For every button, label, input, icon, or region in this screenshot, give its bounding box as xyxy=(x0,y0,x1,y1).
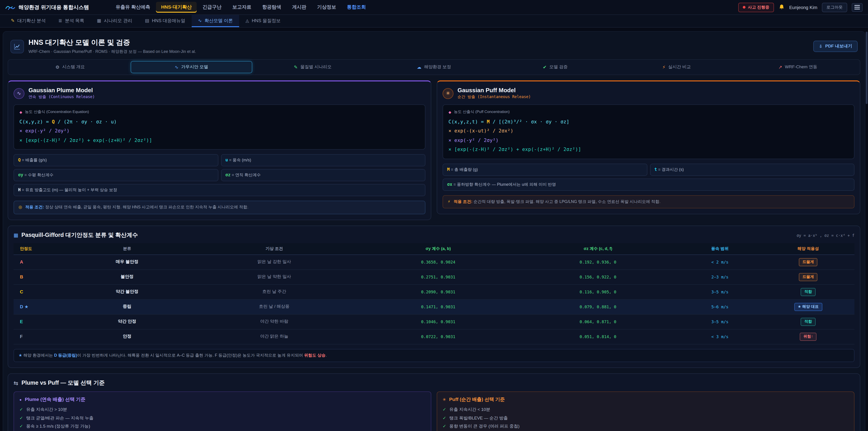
nav-item-reports[interactable]: 보고자료 xyxy=(227,2,256,13)
plume-equation-block: ◆ 농도 산출식 (Concentration Equation) C(x,y,… xyxy=(13,104,426,150)
brand[interactable]: 해양환경 위기대응 통합시스템 xyxy=(5,4,89,11)
criteria-item: ✓풍속 ≥ 1.5 m/s (정상류 가정 가능) xyxy=(20,423,426,431)
col-header-marine: 해양 적용성 xyxy=(762,243,855,255)
section-tab-gaussian-model[interactable]: ∿ 가우시안 모델 xyxy=(131,61,252,73)
criteria-item: ✓탱크 균열/배관 파손 — 지속적 누출 xyxy=(20,414,426,423)
menu-button[interactable] xyxy=(852,3,863,11)
table-icon: ▦ xyxy=(13,232,18,238)
subtab-diffusion-analysis[interactable]: ✎ 대기확산 분석 xyxy=(4,15,52,27)
plume-application-note: ◎ 적용 조건: 정상 상태 연속 배출, 균일 풍속, 평탄 지형. 해양 H… xyxy=(13,201,426,214)
nav-item-oil-spill[interactable]: 유출유 확산예측 xyxy=(111,2,155,13)
section-tab-wrfchem[interactable]: ↗ WRF-Chem 연동 xyxy=(737,61,859,73)
stability-table: 안정도 분류 기상 조건 σy 계수 (a, b) σz 계수 (c, d, f… xyxy=(13,243,855,344)
status-badge: 위험↑ xyxy=(800,333,817,341)
col-header-wind: 풍속 범위 xyxy=(678,243,762,255)
nav-item-aerial-search[interactable]: 항공탐색 xyxy=(257,2,286,13)
burst-icon: ✳ xyxy=(442,398,446,402)
nav-item-hns-diffusion[interactable]: HNS·대기확산 xyxy=(156,2,197,13)
col-header-stability: 안정도 xyxy=(13,243,64,255)
bulb-icon: ◎ xyxy=(19,205,22,211)
pin-icon: ◆ xyxy=(20,110,22,114)
swap-icon: ⇆ xyxy=(13,380,18,387)
scrollbar[interactable] xyxy=(866,32,868,104)
col-header-sigma-y: σy 계수 (a, b) xyxy=(358,243,518,255)
table-row: C 약간 불안정 흐린 날 주간 0.2090, 0.9031 0.116, 0… xyxy=(13,284,855,300)
status-badge: 적합 xyxy=(801,318,815,326)
check-icon: ✓ xyxy=(20,414,23,423)
list-icon: ≣ xyxy=(58,18,62,23)
brand-title: 해양환경 위기대응 통합시스템 xyxy=(19,4,89,11)
pencil-icon: ✎ xyxy=(294,65,298,70)
sigma-formula-note: σy = a·xᵇ , σz = c·xᵈ + f xyxy=(797,233,855,238)
status-badge: 적합 xyxy=(801,288,815,296)
criteria-item: ✓유출 지속시간 < 10분 xyxy=(442,406,848,414)
gear-icon: ⚙ xyxy=(55,65,59,70)
page-title: HNS 대기확산 모델 이론 및 검증 xyxy=(29,38,196,48)
dot-icon: ● xyxy=(20,398,22,402)
section-tab-realtime-comparison[interactable]: ⚡ 실시간 비교 xyxy=(616,61,737,73)
check-icon: ✓ xyxy=(20,406,23,414)
puff-application-note: ⚡ 적용 조건: 순간적 대량 방출, 폭발·탱크 파열. 해양 사고 중 LP… xyxy=(442,195,855,209)
nav-item-integrated-search[interactable]: 통합조회 xyxy=(342,2,371,13)
plume-eq-line-2: × exp(-y² / 2σy²) xyxy=(20,126,420,135)
puff-title: Gaussian Puff Model xyxy=(458,87,531,94)
star-icon: ★ xyxy=(19,353,22,358)
subtab-model-theory[interactable]: ∿ 확산모델 이론 xyxy=(192,15,239,27)
param-t: t = 경과시간 (s) xyxy=(650,164,855,176)
col-header-sigma-z: σz 계수 (c, d, f) xyxy=(518,243,678,255)
section-tab-overview[interactable]: ⚙ 시스템 개요 xyxy=(9,61,131,73)
subtab-analysis-list[interactable]: ≣ 분석 목록 xyxy=(52,15,90,27)
plume-title: Gaussian Plume Model xyxy=(29,87,95,94)
lightning-icon: ⚡ xyxy=(447,199,451,205)
main-menu: 유출유 확산예측 HNS·대기확산 긴급구난 보고자료 항공탐색 게시판 기상정… xyxy=(111,2,734,13)
subtab-scenario-management[interactable]: ▦ 시나리오 관리 xyxy=(91,15,138,27)
lightning-icon: ⚡ xyxy=(662,65,665,70)
nav-item-emergency-rescue[interactable]: 긴급구난 xyxy=(197,2,226,13)
plume-equation-label: 농도 산출식 (Concentration Equation) xyxy=(25,110,89,115)
section-tab-model-validation[interactable]: ✔ 모델 검증 xyxy=(495,61,616,73)
sub-tab-bar: ✎ 대기확산 분석 ≣ 분석 목록 ▦ 시나리오 관리 ▤ HNS 대응매뉴얼 … xyxy=(0,15,868,28)
wave-logo-icon xyxy=(5,4,16,10)
page-header: HNS 대기확산 모델 이론 및 검증 WRF-Chem · Gaussian … xyxy=(8,35,860,59)
plume-model-card: ∿ Gaussian Plume Model 연속 방출 (Continuous… xyxy=(8,81,431,220)
page-subtitle: WRF-Chem · Gaussian Plume/Puff · ROMS · … xyxy=(29,49,196,55)
status-badge: 드물게 xyxy=(799,273,817,281)
puff-subtitle: 순간 방출 (Instantaneous Release) xyxy=(458,94,531,100)
subtab-substance-info[interactable]: ◬ HNS 물질정보 xyxy=(239,15,287,27)
logout-button[interactable]: 로그아웃 xyxy=(822,2,847,12)
puff-model-card: ✳ Gaussian Puff Model 순간 방출 (Instantaneo… xyxy=(437,81,860,214)
table-row: B 불안정 맑은 날 약한 일사 0.2751, 0.9031 0.156, 0… xyxy=(13,270,855,284)
pdf-export-button[interactable]: ⇩ PDF 내보내기 xyxy=(813,41,858,52)
section-tab-marine-correction[interactable]: ☁ 해양환경 보정 xyxy=(373,61,495,73)
table-row: F 안정 야간 맑은 하늘 0.0722, 0.9031 0.051, 0.81… xyxy=(13,329,855,344)
param-u: u = 풍속 (m/s) xyxy=(221,154,426,166)
param-Q: Q = 배출률 (g/s) xyxy=(13,154,218,166)
chart-icon xyxy=(13,43,21,50)
cloud-icon: ☁ xyxy=(417,65,421,70)
user-name: Eunjeong Kim xyxy=(789,5,817,10)
pencil-icon: ✎ xyxy=(11,18,15,23)
nav-item-weather[interactable]: 기상정보 xyxy=(312,2,341,13)
param-sigma-z: σz = 연직 확산계수 xyxy=(221,169,426,182)
table-row: A 매우 불안정 맑은 날 강한 일사 0.3658, 0.9024 0.192… xyxy=(13,255,855,270)
puff-icon: ✳ xyxy=(442,88,454,99)
check-icon: ✔ xyxy=(543,65,547,70)
section-tab-substance-scenarios[interactable]: ✎ 물질별 시나리오 xyxy=(252,61,373,73)
pasquill-title: ▦ Pasquill-Gifford 대기안정도 분류 및 확산계수 xyxy=(13,232,138,239)
pasquill-gifford-card: ▦ Pasquill-Gifford 대기안정도 분류 및 확산계수 σy = … xyxy=(8,225,860,368)
puff-eq-line-2: × exp(-(x-ut)² / 2σx²) xyxy=(448,126,848,135)
criteria-item: ✓유출 지속시간 > 10분 xyxy=(20,406,426,414)
nav-item-board[interactable]: 게시판 xyxy=(287,2,311,13)
app-root: 해양환경 위기대응 통합시스템 유출유 확산예측 HNS·대기확산 긴급구난 보… xyxy=(0,0,868,431)
download-icon: ⇩ xyxy=(819,44,823,49)
param-H: H = 유효 방출고도 (m) — 물리적 높이 + 부력 상승 보정 xyxy=(13,184,426,196)
bell-icon[interactable] xyxy=(778,4,784,10)
subtab-hns-manual[interactable]: ▤ HNS 대응매뉴얼 xyxy=(138,15,192,27)
status-badge: ★ 해양 대표 xyxy=(794,303,822,311)
check-icon: ✓ xyxy=(442,414,446,423)
table-row: E 약간 안정 야간 약한 바람 0.1046, 0.9031 0.064, 0… xyxy=(13,314,855,329)
incident-status-badge[interactable]: 사고 진행중 xyxy=(738,2,774,12)
top-nav: 해양환경 위기대응 통합시스템 유출유 확산예측 HNS·대기확산 긴급구난 보… xyxy=(0,0,868,15)
wave-icon: ∿ xyxy=(175,65,179,70)
puff-criteria-panel: ✳ Puff (순간 배출) 선택 기준 ✓유출 지속시간 < 10분 ✓탱크 … xyxy=(437,392,855,431)
